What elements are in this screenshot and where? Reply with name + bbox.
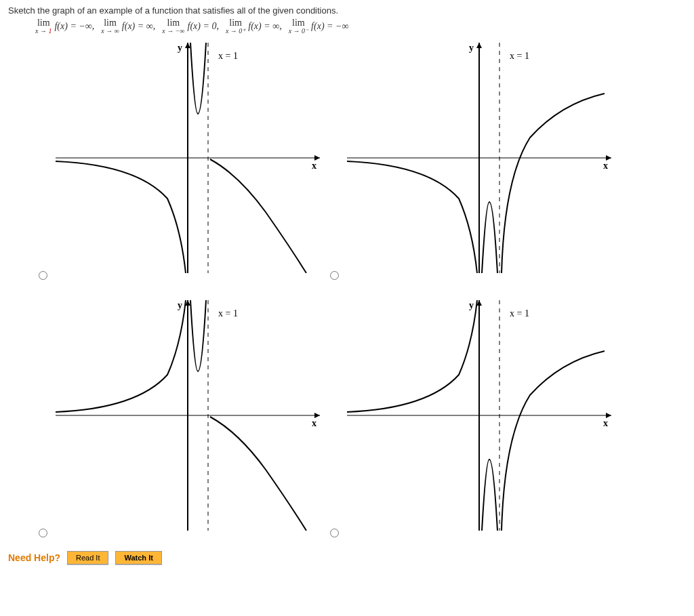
need-help-label: Need Help? bbox=[8, 552, 60, 563]
svg-marker-8 bbox=[476, 43, 482, 48]
watch-it-button[interactable]: Watch It bbox=[115, 551, 161, 564]
choice-d-radio[interactable] bbox=[330, 529, 339, 537]
condition-5: limx → 0⁻ f(x) = −∞ bbox=[289, 18, 349, 35]
choice-c-graph: y x x = 1 bbox=[56, 300, 320, 531]
svg-text:y: y bbox=[178, 300, 182, 310]
svg-text:x = 1: x = 1 bbox=[510, 51, 529, 61]
x-axis-label: x bbox=[312, 161, 317, 171]
svg-text:y: y bbox=[469, 43, 474, 53]
svg-marker-3 bbox=[185, 43, 190, 48]
svg-text:x: x bbox=[603, 161, 608, 171]
limit-conditions: limx → 1 f(x) = −∞, limx → ∞ f(x) = ∞, l… bbox=[35, 18, 686, 35]
condition-1: limx → 1 f(x) = −∞, bbox=[35, 18, 94, 35]
choice-a: y x x = 1 bbox=[35, 43, 320, 287]
choice-c-radio[interactable] bbox=[39, 529, 47, 537]
choice-a-graph: y x x = 1 bbox=[56, 43, 320, 273]
choice-b-radio[interactable] bbox=[330, 271, 339, 280]
choice-c: y x x = 1 bbox=[35, 300, 320, 544]
condition-4: limx → 0⁺ f(x) = ∞, bbox=[226, 18, 282, 35]
condition-3: limx → −∞ f(x) = 0, bbox=[162, 18, 219, 35]
svg-marker-2 bbox=[314, 155, 320, 161]
question-prompt: Sketch the graph of an example of a func… bbox=[8, 5, 686, 16]
y-axis-label: y bbox=[178, 43, 182, 53]
choice-d: y x x = 1 bbox=[327, 300, 611, 544]
svg-text:x: x bbox=[603, 418, 608, 428]
svg-marker-15 bbox=[314, 413, 320, 418]
choice-a-radio[interactable] bbox=[39, 271, 47, 280]
svg-text:x: x bbox=[312, 418, 317, 428]
choice-d-graph: y x x = 1 bbox=[347, 300, 611, 531]
svg-marker-7 bbox=[606, 155, 611, 161]
svg-marker-23 bbox=[606, 413, 611, 418]
svg-text:y: y bbox=[469, 300, 474, 310]
svg-text:x = 1: x = 1 bbox=[218, 308, 238, 319]
choice-b-graph: y x x = 1 bbox=[347, 43, 611, 273]
read-it-button[interactable]: Read It bbox=[67, 551, 108, 564]
asymptote-label: x = 1 bbox=[218, 51, 238, 61]
need-help-row: Need Help? Read It Watch It bbox=[8, 551, 686, 564]
answer-choices-grid: y x x = 1 y x bbox=[35, 43, 686, 544]
svg-text:x = 1: x = 1 bbox=[510, 308, 529, 319]
condition-2: limx → ∞ f(x) = ∞, bbox=[101, 18, 155, 35]
choice-b: y x x = 1 bbox=[327, 43, 611, 287]
